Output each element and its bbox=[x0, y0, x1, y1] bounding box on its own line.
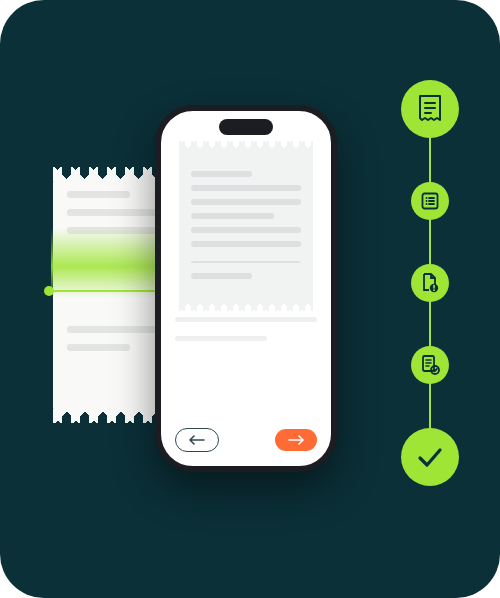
illustration-card bbox=[0, 0, 500, 598]
check-icon bbox=[415, 445, 445, 469]
step-complete bbox=[401, 428, 459, 486]
step-document-alert bbox=[411, 264, 449, 302]
screen-receipt bbox=[179, 149, 313, 303]
svg-point-5 bbox=[433, 289, 435, 291]
step-list bbox=[411, 182, 449, 220]
placeholder-line bbox=[175, 336, 267, 341]
step-document-check bbox=[411, 346, 449, 384]
document-check-icon bbox=[419, 354, 441, 376]
svg-point-1 bbox=[426, 197, 428, 199]
receipt-icon bbox=[416, 94, 444, 124]
placeholder-line bbox=[175, 317, 317, 322]
phone-screen bbox=[169, 139, 323, 422]
step-receipt bbox=[401, 80, 459, 138]
arrow-left-icon bbox=[189, 435, 205, 445]
prev-button[interactable] bbox=[175, 428, 219, 452]
svg-point-2 bbox=[426, 200, 428, 202]
list-icon bbox=[420, 191, 440, 211]
svg-point-3 bbox=[426, 203, 428, 205]
arrow-right-icon bbox=[288, 435, 304, 445]
phone-notch-icon bbox=[219, 119, 273, 135]
next-button[interactable] bbox=[275, 429, 317, 451]
process-steps bbox=[398, 80, 462, 486]
phone-frame bbox=[155, 105, 337, 472]
nav-buttons bbox=[161, 428, 331, 452]
document-alert-icon bbox=[419, 272, 441, 294]
